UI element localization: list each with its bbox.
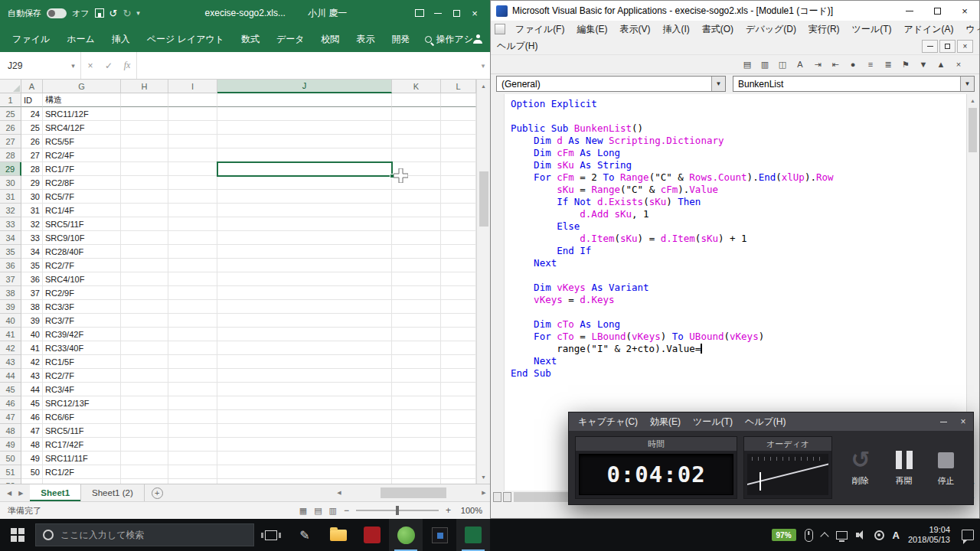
procedure-dropdown[interactable]: BunkenList ▼: [733, 76, 975, 92]
full-module-view-icon[interactable]: [503, 492, 511, 502]
select-all-button[interactable]: [0, 80, 21, 93]
ribbon-tab-4[interactable]: ページ レイアウト: [139, 26, 233, 52]
cell[interactable]: RC1/4F: [43, 204, 121, 217]
row-header-47[interactable]: 47: [0, 410, 21, 424]
cell[interactable]: [392, 424, 441, 438]
cell[interactable]: 36: [21, 272, 43, 286]
cell[interactable]: [168, 148, 217, 162]
cell[interactable]: [121, 231, 168, 245]
row-header-33[interactable]: 33: [0, 217, 21, 231]
parameter-info-icon[interactable]: ◫: [776, 57, 789, 71]
cell[interactable]: SRC4/10F: [43, 272, 121, 286]
cell[interactable]: [217, 245, 392, 259]
row-header-36[interactable]: 36: [0, 259, 21, 272]
cell[interactable]: [441, 148, 476, 162]
cell[interactable]: [121, 438, 168, 452]
cell[interactable]: [121, 204, 168, 217]
cell[interactable]: [441, 369, 476, 383]
battery-icon[interactable]: 97%: [772, 529, 796, 541]
cell[interactable]: [441, 107, 476, 121]
cell[interactable]: [168, 341, 217, 355]
mdi-minimize-icon[interactable]: [922, 40, 938, 53]
cell[interactable]: [441, 245, 476, 259]
cell[interactable]: SRC4/12F: [43, 121, 121, 135]
cell[interactable]: [168, 328, 217, 341]
cell[interactable]: [441, 259, 476, 272]
cell[interactable]: [121, 300, 168, 314]
ribbon-tab-7[interactable]: 校閲: [313, 26, 348, 52]
cell[interactable]: 45: [21, 396, 43, 410]
cell[interactable]: [392, 438, 441, 452]
new-sheet-icon[interactable]: +: [152, 487, 163, 499]
cell[interactable]: [168, 452, 217, 465]
cell[interactable]: [392, 190, 441, 204]
cell[interactable]: [392, 465, 441, 479]
cell[interactable]: ID: [21, 93, 43, 107]
cell[interactable]: [217, 383, 392, 396]
cell[interactable]: [121, 314, 168, 328]
quick-info-icon[interactable]: ▥: [758, 57, 772, 71]
cell[interactable]: [168, 190, 217, 204]
cell[interactable]: RC2/8F: [43, 176, 121, 190]
cell[interactable]: [441, 424, 476, 438]
cell[interactable]: [441, 135, 476, 148]
row-header-37[interactable]: 37: [0, 272, 21, 286]
cell[interactable]: SRC5/11F: [43, 424, 121, 438]
cell[interactable]: [121, 259, 168, 272]
row-header-34[interactable]: 34: [0, 231, 21, 245]
cell[interactable]: [121, 121, 168, 135]
row-header-30[interactable]: 30: [0, 176, 21, 190]
cell[interactable]: [121, 272, 168, 286]
row-header-27[interactable]: 27: [0, 135, 21, 148]
outdent-icon[interactable]: ⇤: [828, 57, 842, 71]
audio-meter[interactable]: [747, 454, 828, 495]
cell[interactable]: 42: [21, 355, 43, 369]
cell[interactable]: [217, 217, 392, 231]
column-header-J[interactable]: J: [217, 80, 392, 93]
horizontal-scrollbar[interactable]: ◀ ▶: [333, 484, 490, 501]
ribbon-tab-2[interactable]: ホーム: [58, 26, 103, 52]
cell[interactable]: [121, 286, 168, 300]
column-header-H[interactable]: H: [121, 80, 168, 93]
ribbon-display-options-icon[interactable]: [412, 5, 427, 21]
cell[interactable]: 43: [21, 369, 43, 383]
resume-button[interactable]: 再開: [896, 448, 913, 487]
cell[interactable]: [441, 162, 476, 176]
cell[interactable]: 33: [21, 231, 43, 245]
cell[interactable]: RC28/40F: [43, 245, 121, 259]
column-header-A[interactable]: A: [21, 80, 43, 93]
cell[interactable]: [121, 369, 168, 383]
autosave-toggle[interactable]: [47, 8, 67, 18]
recorder-menu-4[interactable]: ヘルプ(H): [739, 412, 792, 431]
cell[interactable]: [217, 438, 392, 452]
zoom-slider-thumb[interactable]: [396, 506, 399, 515]
toggle-bookmark-icon[interactable]: ⚑: [899, 57, 913, 71]
list-properties-icon[interactable]: ▤: [740, 57, 754, 71]
name-box[interactable]: J29: [0, 52, 66, 79]
cell[interactable]: 構造: [43, 93, 121, 107]
horizontal-scrollbar-thumb[interactable]: [381, 487, 446, 498]
cell[interactable]: 46: [21, 410, 43, 424]
row-header-46[interactable]: 46: [0, 396, 21, 410]
cell[interactable]: [168, 259, 217, 272]
cell[interactable]: 38: [21, 300, 43, 314]
procedure-dropdown-arrow-icon[interactable]: ▼: [960, 77, 974, 91]
cell[interactable]: [441, 314, 476, 328]
mouse-settings-icon[interactable]: [805, 529, 813, 542]
insert-function-icon[interactable]: fx: [118, 60, 136, 71]
cell[interactable]: [121, 93, 168, 107]
cell[interactable]: [121, 355, 168, 369]
row-header-39[interactable]: 39: [0, 300, 21, 314]
row-header-28[interactable]: 28: [0, 148, 21, 162]
taskbar-search[interactable]: [35, 523, 254, 546]
cell[interactable]: [217, 286, 392, 300]
sheet-prev-icon[interactable]: ◀: [7, 490, 11, 497]
cell[interactable]: [121, 217, 168, 231]
toggle-breakpoint-icon[interactable]: ●: [846, 57, 860, 71]
object-dropdown-arrow-icon[interactable]: ▼: [711, 77, 725, 91]
row-header-35[interactable]: 35: [0, 245, 21, 259]
scroll-right-icon[interactable]: ▶: [478, 490, 490, 496]
name-box-dropdown-icon[interactable]: ▾: [66, 52, 81, 79]
cell[interactable]: [168, 300, 217, 314]
recorder-menu-2[interactable]: 効果(E): [644, 412, 687, 431]
